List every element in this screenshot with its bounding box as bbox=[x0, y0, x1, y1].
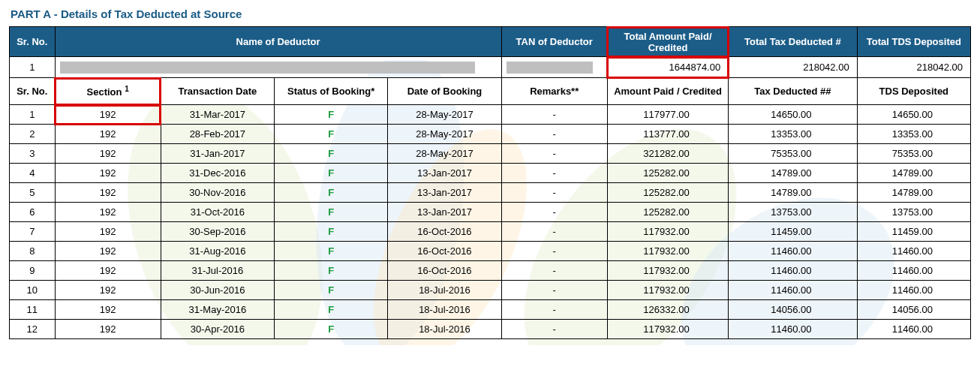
cell-amount-paid: 321282.00 bbox=[607, 144, 728, 164]
cell-txn-date: 31-Aug-2016 bbox=[161, 242, 274, 261]
cell-amount-paid: 117932.00 bbox=[607, 320, 728, 339]
cell-sr: 6 bbox=[10, 203, 56, 222]
cell-tds-deposited: 14056.00 bbox=[857, 300, 970, 320]
cell-book-date: 28-May-2017 bbox=[388, 105, 501, 125]
cell-status: F bbox=[275, 203, 388, 222]
cell-tds-deposited: 14789.00 bbox=[857, 164, 970, 183]
cell-book-date: 13-Jan-2017 bbox=[388, 183, 501, 203]
col-remarks: Remarks** bbox=[501, 78, 607, 105]
cell-tds-deposited: 11460.00 bbox=[857, 261, 970, 281]
summary-total-deposited: 218042.00 bbox=[857, 57, 970, 78]
cell-section: 192 bbox=[55, 261, 161, 281]
table-row: 419231-Dec-2016F13-Jan-2017-125282.00147… bbox=[10, 164, 971, 183]
cell-tax-deducted: 11460.00 bbox=[729, 281, 857, 300]
cell-book-date: 16-Oct-2016 bbox=[388, 242, 501, 261]
cell-book-date: 18-Jul-2016 bbox=[388, 300, 501, 320]
cell-sr: 10 bbox=[10, 281, 56, 300]
cell-status: F bbox=[275, 125, 388, 144]
col-tds-deposited: TDS Deposited bbox=[857, 78, 970, 105]
cell-tax-deducted: 13353.00 bbox=[729, 125, 857, 144]
table-row: 1019230-Jun-2016F18-Jul-2016-117932.0011… bbox=[10, 281, 971, 300]
cell-amount-paid: 125282.00 bbox=[607, 164, 728, 183]
col-amount-paid: Amount Paid / Credited bbox=[607, 78, 728, 105]
cell-tax-deducted: 14650.00 bbox=[729, 105, 857, 125]
table-row: 1219230-Apr-2016F18-Jul-2016-117932.0011… bbox=[10, 320, 971, 339]
cell-remarks: - bbox=[501, 261, 607, 281]
col-sr-2: Sr. No. bbox=[10, 78, 56, 105]
col-tax-deducted: Tax Deducted ## bbox=[729, 78, 857, 105]
cell-txn-date: 30-Sep-2016 bbox=[161, 222, 274, 242]
col-total-tax-deducted: Total Tax Deducted # bbox=[729, 27, 857, 57]
redacted-deductor-name bbox=[60, 62, 475, 74]
cell-tds-deposited: 11460.00 bbox=[857, 320, 970, 339]
cell-remarks: - bbox=[501, 125, 607, 144]
cell-txn-date: 31-Jul-2016 bbox=[161, 261, 274, 281]
cell-txn-date: 31-Mar-2017 bbox=[161, 105, 274, 125]
cell-remarks: - bbox=[501, 105, 607, 125]
cell-section: 192 bbox=[55, 125, 161, 144]
cell-book-date: 16-Oct-2016 bbox=[388, 222, 501, 242]
cell-txn-date: 30-Apr-2016 bbox=[161, 320, 274, 339]
cell-tax-deducted: 11460.00 bbox=[729, 242, 857, 261]
cell-tax-deducted: 14789.00 bbox=[729, 183, 857, 203]
table-row: 219228-Feb-2017F28-May-2017-113777.00133… bbox=[10, 125, 971, 144]
table-row: 819231-Aug-2016F16-Oct-2016-117932.00114… bbox=[10, 242, 971, 261]
cell-sr: 1 bbox=[10, 105, 56, 125]
cell-remarks: - bbox=[501, 242, 607, 261]
cell-section: 192 bbox=[55, 183, 161, 203]
cell-book-date: 13-Jan-2017 bbox=[388, 203, 501, 222]
cell-tds-deposited: 14789.00 bbox=[857, 183, 970, 203]
cell-tax-deducted: 11460.00 bbox=[729, 320, 857, 339]
cell-status: F bbox=[275, 320, 388, 339]
cell-sr: 12 bbox=[10, 320, 56, 339]
cell-txn-date: 31-May-2016 bbox=[161, 300, 274, 320]
cell-sr: 2 bbox=[10, 125, 56, 144]
summary-tan bbox=[501, 57, 607, 78]
cell-section: 192 bbox=[55, 144, 161, 164]
cell-tax-deducted: 14789.00 bbox=[729, 164, 857, 183]
cell-remarks: - bbox=[501, 281, 607, 300]
cell-section: 192 bbox=[55, 242, 161, 261]
cell-sr: 8 bbox=[10, 242, 56, 261]
cell-amount-paid: 117977.00 bbox=[607, 105, 728, 125]
cell-remarks: - bbox=[501, 300, 607, 320]
cell-tds-deposited: 13353.00 bbox=[857, 125, 970, 144]
cell-tds-deposited: 75353.00 bbox=[857, 144, 970, 164]
cell-section: 192 bbox=[55, 300, 161, 320]
detail-rows: 119231-Mar-2017F28-May-2017-117977.00146… bbox=[10, 105, 971, 339]
col-total-amount-paid: Total Amount Paid/ Credited bbox=[607, 27, 728, 57]
cell-sr: 5 bbox=[10, 183, 56, 203]
col-total-tds-deposited: Total TDS Deposited bbox=[857, 27, 970, 57]
col-transaction-date: Transaction Date bbox=[161, 78, 274, 105]
cell-amount-paid: 125282.00 bbox=[607, 203, 728, 222]
cell-txn-date: 30-Nov-2016 bbox=[161, 183, 274, 203]
cell-tds-deposited: 14650.00 bbox=[857, 105, 970, 125]
cell-remarks: - bbox=[501, 183, 607, 203]
cell-book-date: 28-May-2017 bbox=[388, 125, 501, 144]
cell-amount-paid: 117932.00 bbox=[607, 261, 728, 281]
cell-remarks: - bbox=[501, 222, 607, 242]
col-name-of-deductor: Name of Deductor bbox=[55, 27, 501, 57]
cell-amount-paid: 117932.00 bbox=[607, 281, 728, 300]
cell-status: F bbox=[275, 222, 388, 242]
cell-tax-deducted: 14056.00 bbox=[729, 300, 857, 320]
col-tan: TAN of Deductor bbox=[501, 27, 607, 57]
summary-row: 1 1644874.00 218042.00 218042.00 bbox=[10, 57, 971, 78]
cell-remarks: - bbox=[501, 144, 607, 164]
table-row: 119231-Mar-2017F28-May-2017-117977.00146… bbox=[10, 105, 971, 125]
cell-section: 192 bbox=[55, 105, 161, 125]
cell-amount-paid: 125282.00 bbox=[607, 183, 728, 203]
cell-amount-paid: 113777.00 bbox=[607, 125, 728, 144]
cell-tax-deducted: 75353.00 bbox=[729, 144, 857, 164]
cell-remarks: - bbox=[501, 164, 607, 183]
summary-sr: 1 bbox=[10, 57, 56, 78]
cell-tax-deducted: 11460.00 bbox=[729, 261, 857, 281]
cell-section: 192 bbox=[55, 320, 161, 339]
cell-status: F bbox=[275, 242, 388, 261]
cell-book-date: 16-Oct-2016 bbox=[388, 261, 501, 281]
section-title: PART A - Details of Tax Deducted at Sour… bbox=[11, 8, 971, 20]
cell-txn-date: 31-Oct-2016 bbox=[161, 203, 274, 222]
table-row: 719230-Sep-2016F16-Oct-2016-117932.00114… bbox=[10, 222, 971, 242]
cell-tds-deposited: 11460.00 bbox=[857, 281, 970, 300]
cell-book-date: 13-Jan-2017 bbox=[388, 164, 501, 183]
